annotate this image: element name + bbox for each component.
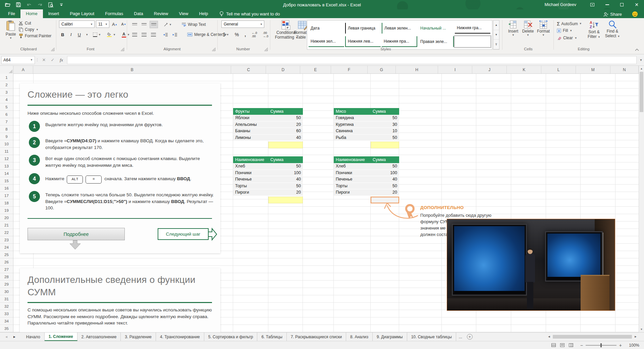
ribbon-tab-help[interactable]: Help: [194, 9, 213, 18]
maximize-icon[interactable]: [614, 0, 629, 9]
row-header-5[interactable]: 5: [0, 103, 13, 111]
percent-style-button[interactable]: %: [233, 31, 240, 38]
row-header-2[interactable]: 2: [0, 81, 13, 89]
row-header-15[interactable]: 15: [0, 177, 13, 185]
cell-label[interactable]: Лимоны: [233, 135, 268, 141]
bold-button[interactable]: B: [60, 31, 65, 38]
cell-value[interactable]: 40: [268, 176, 303, 183]
cancel-icon[interactable]: ✕: [40, 56, 48, 64]
cell-value[interactable]: 50: [268, 163, 303, 169]
row-header-12[interactable]: 12: [0, 155, 13, 162]
row-header-1[interactable]: 1: [0, 74, 13, 81]
print-preview-icon[interactable]: [48, 2, 54, 8]
cell-value[interactable]: 60: [268, 128, 303, 134]
fill-button[interactable]: Fill ▼: [557, 28, 572, 33]
column-header-G[interactable]: G: [368, 66, 396, 73]
sheet-tab-8. Анализ[interactable]: 8. Анализ: [346, 333, 373, 341]
underline-dropdown-arrow[interactable]: ▼: [86, 33, 88, 36]
clear-dropdown-arrow[interactable]: ▼: [575, 37, 577, 40]
row-header-25[interactable]: 25: [0, 251, 13, 258]
cell-value[interactable]: 50: [268, 115, 303, 121]
fill-dropdown-arrow[interactable]: ▼: [570, 29, 572, 32]
font-color-button[interactable]: A▼: [120, 31, 131, 38]
open-icon[interactable]: [5, 2, 11, 8]
zoom-out-icon[interactable]: −: [580, 343, 583, 348]
sheet-nav-next-icon[interactable]: ►: [13, 335, 16, 339]
new-sheet-button[interactable]: +: [467, 334, 473, 340]
horizontal-scroll-thumb[interactable]: [553, 335, 632, 339]
row-header-3[interactable]: 3: [0, 89, 13, 96]
cell-value[interactable]: 100: [371, 170, 399, 176]
decrease-decimal-button[interactable]: .00→.0: [262, 31, 270, 38]
yellow-formula-cell[interactable]: [268, 197, 303, 203]
row-header-32[interactable]: 32: [0, 303, 13, 310]
column-header-K[interactable]: K: [507, 66, 541, 73]
copy-button[interactable]: Copy ▼: [19, 27, 39, 32]
row-header-27[interactable]: 27: [0, 266, 13, 273]
cell-style-Левая зелен...[interactable]: Левая зелен...: [382, 23, 417, 34]
sheet-tab-Начало[interactable]: Начало: [22, 333, 45, 341]
row-header-18[interactable]: 18: [0, 199, 13, 207]
row-header-34[interactable]: 34: [0, 317, 13, 325]
sheet-tabs-overflow[interactable]: ...: [456, 333, 465, 341]
cell-style-Правая зеле...[interactable]: Правая зеле...: [418, 36, 454, 47]
decrease-indent-button[interactable]: [162, 31, 169, 38]
column-header-A[interactable]: A: [13, 66, 34, 73]
cell-style-normal[interactable]: [455, 36, 490, 47]
row-header-19[interactable]: 19: [0, 207, 13, 214]
clear-button[interactable]: Clear ▼: [557, 36, 577, 40]
row-header-24[interactable]: 24: [0, 244, 13, 251]
row-header-7[interactable]: 7: [0, 118, 13, 126]
sheet-tab-4. Транспонирование[interactable]: 4. Транспонирование: [156, 333, 204, 341]
paste-dropdown-arrow[interactable]: ▼: [9, 37, 12, 40]
cell-label[interactable]: Говядина: [334, 115, 371, 121]
sheet-tab-7. Раскрывающиеся списки[interactable]: 7. Раскрывающиеся списки: [287, 333, 346, 341]
gallery-scroll-down-icon[interactable]: ▼: [493, 30, 499, 40]
cell-label[interactable]: Яблоки: [233, 115, 268, 121]
hscroll-right-icon[interactable]: ►: [633, 335, 639, 338]
row-header-4[interactable]: 4: [0, 96, 13, 103]
cell-value[interactable]: 10: [371, 128, 399, 134]
normal-view-button[interactable]: [549, 342, 558, 349]
cell-style-Нижняя лев...[interactable]: Нижняя лев...: [345, 36, 381, 47]
wrap-text-button[interactable]: Wrap Text: [180, 21, 207, 28]
cell-label[interactable]: Пироги: [334, 189, 371, 196]
cell-value[interactable]: 50: [371, 115, 399, 121]
row-header-14[interactable]: 14: [0, 170, 13, 177]
save-icon[interactable]: [15, 2, 21, 8]
top-align-button[interactable]: [131, 21, 139, 28]
find-select-button[interactable]: Find &Select ▼: [604, 20, 621, 39]
video-player[interactable]: [447, 219, 615, 311]
alignment-dialog-launcher[interactable]: [212, 48, 215, 51]
cell-value[interactable]: 20: [268, 121, 303, 128]
undo-icon[interactable]: [26, 2, 32, 8]
ribbon-tab-data[interactable]: Data: [128, 9, 148, 18]
column-header-L[interactable]: L: [541, 66, 576, 73]
name-box[interactable]: A64▼: [1, 56, 35, 64]
column-header-D[interactable]: D: [266, 66, 300, 73]
ribbon-tab-page-layout[interactable]: Page Layout: [64, 9, 100, 18]
cell-style-Дата[interactable]: Дата: [309, 23, 344, 34]
comma-style-button[interactable]: ,: [243, 31, 247, 38]
row-header-29[interactable]: 29: [0, 281, 13, 288]
sort-filter-button[interactable]: AZ Sort &Filter ▼: [585, 20, 603, 40]
row-header-8[interactable]: 8: [0, 126, 13, 133]
grow-font-button[interactable]: A▲: [111, 20, 119, 28]
cell-value[interactable]: 20: [371, 189, 399, 196]
row-header-22[interactable]: 22: [0, 229, 13, 236]
cell-label[interactable]: Бананы: [233, 128, 268, 134]
cell-label[interactable]: Пироги: [233, 189, 268, 196]
cell-label[interactable]: Пончики: [233, 170, 268, 176]
underline-button[interactable]: U: [76, 31, 82, 38]
format-painter-button[interactable]: Format Painter: [19, 34, 51, 38]
row-header-23[interactable]: 23: [0, 236, 13, 244]
cell-label[interactable]: Печенье: [334, 176, 371, 183]
column-header-J[interactable]: J: [472, 66, 507, 73]
yellow-formula-cell[interactable]: [371, 142, 399, 148]
number-format-select[interactable]: General▼: [221, 20, 264, 28]
collapse-ribbon-icon[interactable]: [635, 48, 639, 51]
formula-input[interactable]: [67, 56, 637, 64]
paste-button[interactable]: Paste ▼: [3, 20, 18, 40]
font-dialog-launcher[interactable]: [121, 48, 124, 51]
page-layout-view-button[interactable]: [558, 342, 567, 349]
